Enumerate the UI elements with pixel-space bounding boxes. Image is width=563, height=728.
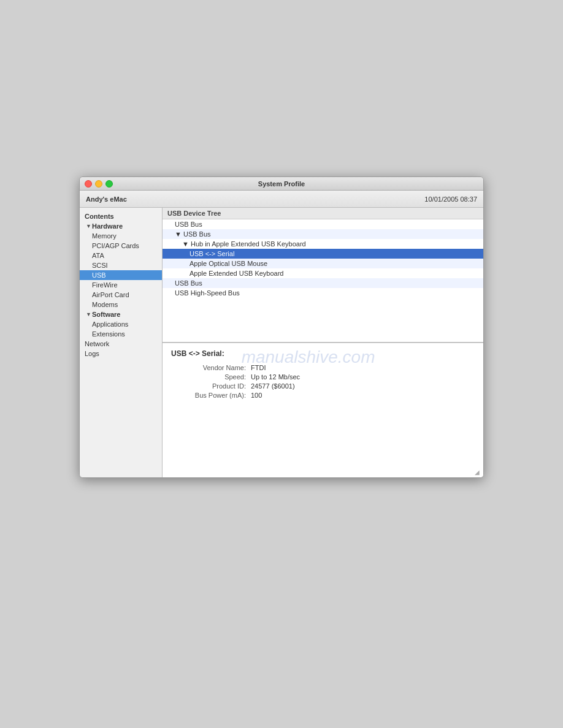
- tree-row[interactable]: ▼ Hub in Apple Extended USB Keyboard: [163, 239, 483, 249]
- detail-label: Product ID:: [171, 382, 251, 390]
- timestamp: 10/01/2005 08:37: [424, 195, 477, 203]
- sidebar-item-software[interactable]: ▼ Software: [80, 309, 162, 319]
- detail-row: Vendor Name: FTDI: [171, 364, 475, 371]
- computer-name: Andy's eMac: [86, 195, 127, 203]
- detail-value: FTDI: [251, 364, 266, 371]
- detail-row: Bus Power (mA): 100: [171, 392, 475, 399]
- sidebar-item-firewire[interactable]: FireWire: [80, 280, 162, 290]
- sidebar-item-pci[interactable]: PCI/AGP Cards: [80, 241, 162, 251]
- detail-label: Bus Power (mA):: [171, 392, 251, 399]
- detail-area: USB <-> Serial: Vendor Name: FTDI Speed:…: [163, 343, 483, 477]
- sidebar-item-usb[interactable]: USB: [80, 270, 162, 280]
- detail-value: Up to 12 Mb/sec: [251, 373, 300, 381]
- hardware-label: Hardware: [92, 222, 123, 230]
- detail-label: Vendor Name:: [171, 364, 251, 371]
- main-panel: USB Device Tree USB Bus ▼ USB Bus ▼ Hub …: [163, 208, 483, 477]
- sidebar-item-network[interactable]: Network: [80, 339, 162, 349]
- sidebar-item-hardware[interactable]: ▼ Hardware: [80, 221, 162, 231]
- detail-label: Speed:: [171, 373, 251, 381]
- sidebar-item-logs[interactable]: Logs: [80, 349, 162, 358]
- tree-row[interactable]: Apple Optical USB Mouse: [163, 259, 483, 268]
- triangle-icon-software: ▼: [86, 311, 92, 317]
- resize-handle[interactable]: ◢: [475, 469, 482, 476]
- sidebar-item-scsi[interactable]: SCSI: [80, 260, 162, 270]
- tree-row[interactable]: USB Bus: [163, 219, 483, 229]
- sidebar-item-ata[interactable]: ATA: [80, 251, 162, 260]
- detail-row: Product ID: 24577 ($6001): [171, 382, 475, 390]
- traffic-lights: [85, 180, 113, 188]
- tree-row[interactable]: Apple Extended USB Keyboard: [163, 268, 483, 278]
- tree-section-label: USB Device Tree: [163, 208, 483, 219]
- system-profiler-window: System Profile Andy's eMac 10/01/2005 08…: [79, 176, 484, 478]
- tree-row[interactable]: USB High-Speed Bus: [163, 288, 483, 298]
- title-bar: System Profile: [80, 177, 483, 191]
- usb-device-tree[interactable]: USB Bus ▼ USB Bus ▼ Hub in Apple Extende…: [163, 219, 483, 343]
- sidebar-item-airport-card[interactable]: AirPort Card: [80, 290, 162, 300]
- tree-row-usb-serial[interactable]: USB <-> Serial: [163, 249, 483, 259]
- detail-title: USB <-> Serial:: [171, 349, 475, 358]
- sidebar-item-modems[interactable]: Modems: [80, 300, 162, 309]
- detail-value: 100: [251, 392, 262, 399]
- detail-row: Speed: Up to 12 Mb/sec: [171, 373, 475, 381]
- toolbar: Andy's eMac 10/01/2005 08:37: [80, 191, 483, 208]
- tree-row[interactable]: USB Bus: [163, 278, 483, 288]
- tree-row[interactable]: ▼ USB Bus: [163, 229, 483, 239]
- sidebar-item-applications[interactable]: Applications: [80, 319, 162, 329]
- close-button[interactable]: [85, 180, 92, 188]
- sidebar-item-extensions[interactable]: Extensions: [80, 329, 162, 339]
- window-title: System Profile: [258, 180, 305, 188]
- detail-table: Vendor Name: FTDI Speed: Up to 12 Mb/sec…: [171, 364, 475, 399]
- maximize-button[interactable]: [105, 180, 113, 188]
- detail-value: 24577 ($6001): [251, 382, 295, 390]
- contents-label: Contents: [80, 211, 162, 221]
- software-label: Software: [92, 311, 120, 318]
- triangle-icon: ▼: [86, 223, 92, 229]
- minimize-button[interactable]: [95, 180, 102, 188]
- content-area: Contents ▼ Hardware Memory PCI/AGP Cards…: [80, 208, 483, 477]
- sidebar-item-memory[interactable]: Memory: [80, 231, 162, 241]
- sidebar: Contents ▼ Hardware Memory PCI/AGP Cards…: [80, 208, 163, 477]
